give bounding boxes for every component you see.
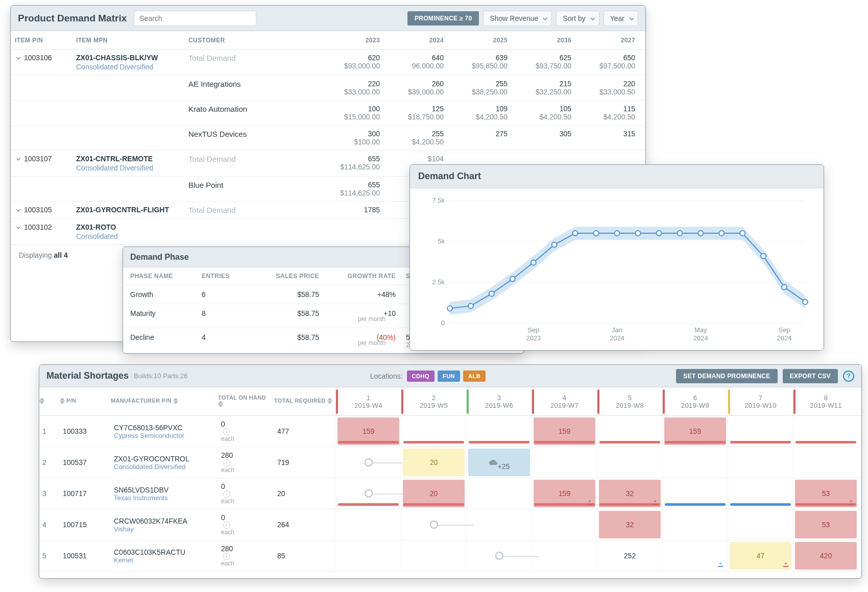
chevron-down-icon[interactable] bbox=[15, 156, 22, 163]
sort-icon[interactable] bbox=[60, 398, 65, 405]
company-link[interactable]: Consolidated Diversified bbox=[76, 63, 188, 71]
week-cell[interactable] bbox=[335, 509, 401, 540]
week-cell[interactable] bbox=[728, 509, 793, 540]
company-link[interactable]: Consolidated Diversified bbox=[76, 164, 188, 172]
week-cell[interactable] bbox=[335, 540, 401, 571]
week-header[interactable]: 32019-W6 bbox=[466, 387, 532, 415]
manufacturer-link[interactable]: Kemet bbox=[114, 556, 215, 564]
sort-icon[interactable] bbox=[39, 398, 44, 405]
demand-row[interactable]: AE Integrations220$33,000.00260$39,000.0… bbox=[11, 75, 645, 100]
week-cell[interactable] bbox=[728, 416, 793, 447]
help-icon[interactable]: ? bbox=[843, 371, 854, 382]
search-input[interactable] bbox=[134, 11, 256, 26]
shortage-row[interactable]: 4100715CRCW06032K74FKEAVishay0ieach26432… bbox=[39, 509, 861, 540]
shortage-cell[interactable]: +25 bbox=[468, 449, 530, 476]
week-cell[interactable] bbox=[793, 416, 858, 447]
week-header[interactable]: 52019-W8 bbox=[597, 387, 662, 415]
demand-row[interactable]: Krato Automation100$15,000.00125$18,750.… bbox=[11, 100, 645, 125]
chevron-down-icon[interactable] bbox=[15, 224, 22, 231]
week-cell[interactable] bbox=[532, 509, 597, 540]
week-cell[interactable] bbox=[662, 447, 728, 478]
shortage-cell[interactable]: 420 bbox=[795, 542, 857, 570]
week-cell[interactable] bbox=[532, 540, 597, 571]
export-csv-button[interactable]: EXPORT CSV bbox=[783, 369, 838, 383]
slider-handle[interactable] bbox=[430, 521, 438, 529]
week-cell[interactable]: 20 bbox=[401, 478, 466, 509]
week-cell[interactable] bbox=[662, 540, 728, 571]
week-cell[interactable]: 159 bbox=[662, 416, 728, 447]
week-cell[interactable] bbox=[728, 478, 793, 509]
week-cell[interactable]: 53 bbox=[793, 509, 858, 540]
week-cell[interactable] bbox=[466, 478, 532, 509]
week-cell[interactable]: 47 bbox=[728, 540, 793, 571]
week-cell[interactable]: 420 bbox=[793, 540, 858, 571]
shortage-cell[interactable]: 20 bbox=[403, 449, 465, 476]
week-cell[interactable] bbox=[662, 509, 728, 540]
week-cell[interactable] bbox=[466, 416, 532, 447]
week-cell[interactable]: 159 bbox=[335, 416, 401, 447]
week-cell[interactable]: 53 bbox=[793, 478, 858, 509]
shortage-row[interactable]: 3100717SN65LVDS1DBVTexas Instruments0iea… bbox=[39, 478, 861, 509]
demand-row[interactable]: 1003106ZX01-CHASSIS-BLK/YWConsolidated D… bbox=[11, 50, 645, 75]
manufacturer-link[interactable]: Vishay bbox=[114, 525, 215, 533]
manufacturer-link[interactable]: Texas Instruments bbox=[114, 494, 215, 502]
sort-icon[interactable] bbox=[327, 398, 332, 405]
info-icon[interactable]: i bbox=[223, 522, 230, 529]
info-icon[interactable]: i bbox=[223, 553, 230, 560]
chevron-down-icon[interactable] bbox=[15, 55, 22, 62]
week-cell[interactable] bbox=[335, 447, 401, 478]
info-icon[interactable]: i bbox=[223, 490, 230, 498]
chevron-down-icon[interactable] bbox=[15, 207, 22, 214]
week-header[interactable]: 62019-W9 bbox=[662, 387, 728, 415]
show-revenue-select[interactable]: Show Revenue bbox=[483, 11, 552, 26]
week-cell[interactable]: 32 bbox=[597, 509, 662, 540]
week-cell[interactable]: 159 bbox=[532, 416, 597, 447]
download-icon[interactable] bbox=[716, 560, 725, 568]
set-demand-prominence-button[interactable]: SET DEMAND PROMINENCE bbox=[676, 369, 777, 383]
download-icon[interactable] bbox=[586, 498, 594, 506]
manufacturer-link[interactable]: Consolidated Diversified bbox=[114, 463, 215, 471]
slider-handle[interactable] bbox=[365, 458, 373, 466]
year-select[interactable]: Year bbox=[604, 11, 638, 26]
week-cell[interactable]: 20 bbox=[401, 447, 466, 478]
week-header[interactable]: 22019-W5 bbox=[401, 387, 466, 415]
info-icon[interactable]: i bbox=[223, 459, 230, 466]
week-cell[interactable]: 32 bbox=[597, 478, 662, 509]
download-icon[interactable] bbox=[651, 498, 659, 506]
sort-icon[interactable] bbox=[173, 398, 178, 405]
week-cell[interactable] bbox=[466, 540, 532, 571]
slider-handle[interactable] bbox=[495, 552, 503, 560]
week-cell[interactable] bbox=[793, 447, 858, 478]
shortage-cell[interactable]: 32 bbox=[599, 511, 661, 538]
shortage-row[interactable]: 5100531C0603C103K5RACTUKemet280ieach8525… bbox=[39, 540, 861, 572]
week-cell[interactable] bbox=[597, 447, 662, 478]
week-cell[interactable] bbox=[401, 416, 466, 447]
week-header[interactable]: 82019-W11 bbox=[793, 387, 858, 415]
week-cell[interactable] bbox=[728, 447, 793, 478]
week-cell[interactable] bbox=[466, 509, 532, 540]
location-badge-cdhq[interactable]: CDHQ bbox=[407, 371, 435, 382]
prominence-filter-button[interactable]: PROMINENCE ≥ 70 bbox=[407, 11, 479, 26]
info-icon[interactable]: i bbox=[223, 428, 230, 435]
week-cell[interactable]: 252 bbox=[597, 540, 662, 571]
week-cell[interactable] bbox=[597, 416, 662, 447]
sort-by-select[interactable]: Sort by bbox=[556, 11, 599, 26]
week-header[interactable]: 72019-W10 bbox=[728, 387, 793, 415]
week-cell[interactable] bbox=[335, 478, 401, 509]
location-badge-fun[interactable]: FUN bbox=[438, 371, 460, 382]
shortage-cell[interactable]: 53 bbox=[795, 511, 857, 538]
location-badge-alb[interactable]: ALB bbox=[463, 371, 486, 382]
shortage-row[interactable]: 2100537ZX01-GYROCONTROLConsolidated Dive… bbox=[39, 447, 861, 478]
week-header[interactable]: 12019-W4 bbox=[335, 387, 401, 415]
download-icon[interactable] bbox=[782, 560, 790, 568]
sort-icon[interactable] bbox=[218, 401, 223, 408]
manufacturer-link[interactable]: Cypress Semiconductor bbox=[114, 432, 215, 439]
download-icon[interactable] bbox=[847, 498, 855, 506]
week-cell[interactable] bbox=[401, 509, 466, 540]
week-cell[interactable]: +25 bbox=[466, 447, 532, 478]
week-cell[interactable] bbox=[532, 447, 597, 478]
week-cell[interactable]: 159 bbox=[532, 478, 597, 509]
slider-handle[interactable] bbox=[365, 489, 373, 498]
week-cell[interactable] bbox=[401, 540, 466, 571]
week-cell[interactable] bbox=[662, 478, 728, 509]
